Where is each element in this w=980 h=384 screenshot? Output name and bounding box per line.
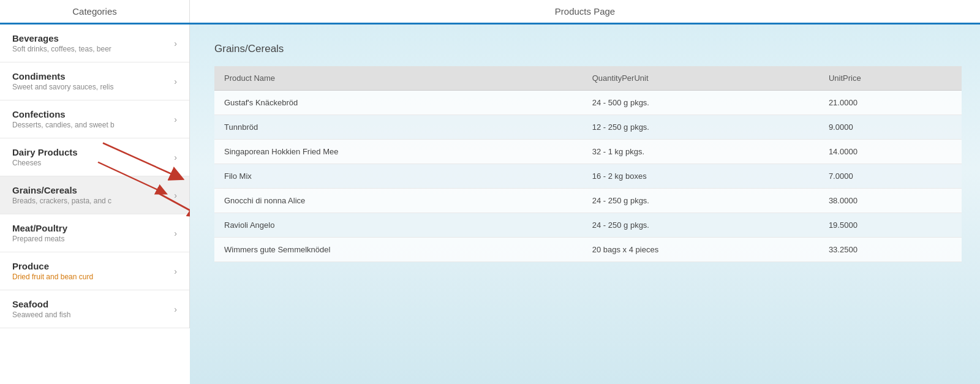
table-row: Gnocchi di nonna Alice24 - 250 g pkgs.38…: [214, 189, 962, 213]
sidebar-item-desc-confections: Desserts, candies, and sweet b: [12, 121, 169, 129]
table-row: Ravioli Angelo24 - 250 g pkgs.19.5000: [214, 213, 962, 238]
sidebar-item-text-grains-cereals: Grains/Cereals Breads, crackers, pasta, …: [12, 185, 169, 205]
sidebar-item-name-meat-poultry: Meat/Poultry: [12, 223, 169, 233]
table-cell-0-2: 21.0000: [819, 91, 962, 115]
table-header-2: UnitPrice: [819, 66, 962, 91]
chevron-icon-dairy-products: ›: [174, 152, 177, 162]
sidebar-item-desc-beverages: Soft drinks, coffees, teas, beer: [12, 45, 169, 53]
table-row: Tunnbröd12 - 250 g pkgs.9.0000: [214, 115, 962, 140]
table-cell-5-1: 24 - 250 g pkgs.: [582, 213, 819, 238]
sidebar: Beverages Soft drinks, coffees, teas, be…: [0, 24, 190, 328]
table-cell-2-2: 14.0000: [819, 140, 962, 164]
table-cell-4-2: 38.0000: [819, 189, 962, 213]
page-title: Products Page: [555, 6, 615, 17]
table-cell-1-0: Tunnbröd: [214, 115, 582, 140]
sidebar-item-text-meat-poultry: Meat/Poultry Prepared meats: [12, 223, 169, 243]
table-cell-6-0: Wimmers gute Semmelknödel: [214, 238, 582, 262]
table-row: Gustaf's Knäckebröd24 - 500 g pkgs.21.00…: [214, 91, 962, 115]
sidebar-item-confections[interactable]: Confections Desserts, candies, and sweet…: [0, 100, 189, 138]
sidebar-item-condiments[interactable]: Condiments Sweet and savory sauces, reli…: [0, 62, 189, 100]
content-header: Products Page: [190, 0, 980, 23]
content-area: Grains/Cereals Product NameQuantityPerUn…: [190, 24, 980, 384]
sidebar-item-produce[interactable]: Produce Dried fruit and bean curd ›: [0, 252, 189, 290]
table-cell-5-0: Ravioli Angelo: [214, 213, 582, 238]
sidebar-item-desc-grains-cereals: Breads, crackers, pasta, and c: [12, 197, 169, 205]
sidebar-item-seafood[interactable]: Seafood Seaweed and fish ›: [0, 290, 189, 328]
sidebar-item-text-condiments: Condiments Sweet and savory sauces, reli…: [12, 71, 169, 91]
sidebar-item-name-condiments: Condiments: [12, 71, 169, 81]
sidebar-header: Categories: [0, 0, 190, 23]
table-cell-0-1: 24 - 500 g pkgs.: [582, 91, 819, 115]
table-row: Wimmers gute Semmelknödel20 bags x 4 pie…: [214, 238, 962, 262]
table-cell-4-0: Gnocchi di nonna Alice: [214, 189, 582, 213]
table-cell-3-2: 7.0000: [819, 164, 962, 189]
sidebar-item-text-dairy-products: Dairy Products Cheeses: [12, 147, 169, 167]
sidebar-item-beverages[interactable]: Beverages Soft drinks, coffees, teas, be…: [0, 24, 189, 62]
sidebar-item-meat-poultry[interactable]: Meat/Poultry Prepared meats ›: [0, 214, 189, 252]
table-header-0: Product Name: [214, 66, 582, 91]
sidebar-item-text-produce: Produce Dried fruit and bean curd: [12, 261, 169, 281]
chevron-icon-confections: ›: [174, 115, 177, 124]
table-cell-5-2: 19.5000: [819, 213, 962, 238]
table-cell-4-1: 24 - 250 g pkgs.: [582, 189, 819, 213]
table-cell-0-0: Gustaf's Knäckebröd: [214, 91, 582, 115]
sidebar-item-name-grains-cereals: Grains/Cereals: [12, 185, 169, 195]
chevron-icon-seafood: ›: [174, 304, 177, 314]
main-area: Beverages Soft drinks, coffees, teas, be…: [0, 24, 980, 384]
chevron-icon-beverages: ›: [174, 39, 177, 48]
sidebar-item-desc-condiments: Sweet and savory sauces, relis: [12, 83, 169, 91]
table-cell-1-1: 12 - 250 g pkgs.: [582, 115, 819, 140]
sidebar-item-name-dairy-products: Dairy Products: [12, 147, 169, 157]
sidebar-item-name-beverages: Beverages: [12, 33, 169, 43]
sidebar-item-dairy-products[interactable]: Dairy Products Cheeses ›: [0, 138, 189, 176]
chevron-icon-grains-cereals: ›: [174, 190, 177, 200]
table-row: Filo Mix16 - 2 kg boxes7.0000: [214, 164, 962, 189]
sidebar-item-desc-meat-poultry: Prepared meats: [12, 235, 169, 243]
section-title: Grains/Cereals: [214, 43, 962, 55]
table-row: Singaporean Hokkien Fried Mee32 - 1 kg p…: [214, 140, 962, 164]
chevron-icon-produce: ›: [174, 266, 177, 276]
sidebar-item-desc-seafood: Seaweed and fish: [12, 311, 169, 319]
table-cell-6-1: 20 bags x 4 pieces: [582, 238, 819, 262]
chevron-icon-meat-poultry: ›: [174, 228, 177, 238]
chevron-icon-condiments: ›: [174, 77, 177, 86]
sidebar-item-desc-dairy-products: Cheeses: [12, 159, 169, 167]
products-table: Product NameQuantityPerUnitUnitPrice Gus…: [214, 66, 962, 262]
sidebar-item-name-produce: Produce: [12, 261, 169, 271]
sidebar-item-desc-produce: Dried fruit and bean curd: [12, 273, 169, 281]
sidebar-item-text-confections: Confections Desserts, candies, and sweet…: [12, 109, 169, 129]
sidebar-item-grains-cereals[interactable]: Grains/Cereals Breads, crackers, pasta, …: [0, 176, 189, 214]
table-cell-3-0: Filo Mix: [214, 164, 582, 189]
table-cell-2-1: 32 - 1 kg pkgs.: [582, 140, 819, 164]
sidebar-item-text-seafood: Seafood Seaweed and fish: [12, 299, 169, 319]
table-cell-2-0: Singaporean Hokkien Fried Mee: [214, 140, 582, 164]
sidebar-item-text-beverages: Beverages Soft drinks, coffees, teas, be…: [12, 33, 169, 53]
table-cell-3-1: 16 - 2 kg boxes: [582, 164, 819, 189]
top-bar: Categories Products Page: [0, 0, 980, 24]
table-cell-6-2: 33.2500: [819, 238, 962, 262]
sidebar-item-name-confections: Confections: [12, 109, 169, 119]
sidebar-item-name-seafood: Seafood: [12, 299, 169, 309]
table-cell-1-2: 9.0000: [819, 115, 962, 140]
sidebar-title: Categories: [72, 6, 117, 17]
table-header-1: QuantityPerUnit: [582, 66, 819, 91]
